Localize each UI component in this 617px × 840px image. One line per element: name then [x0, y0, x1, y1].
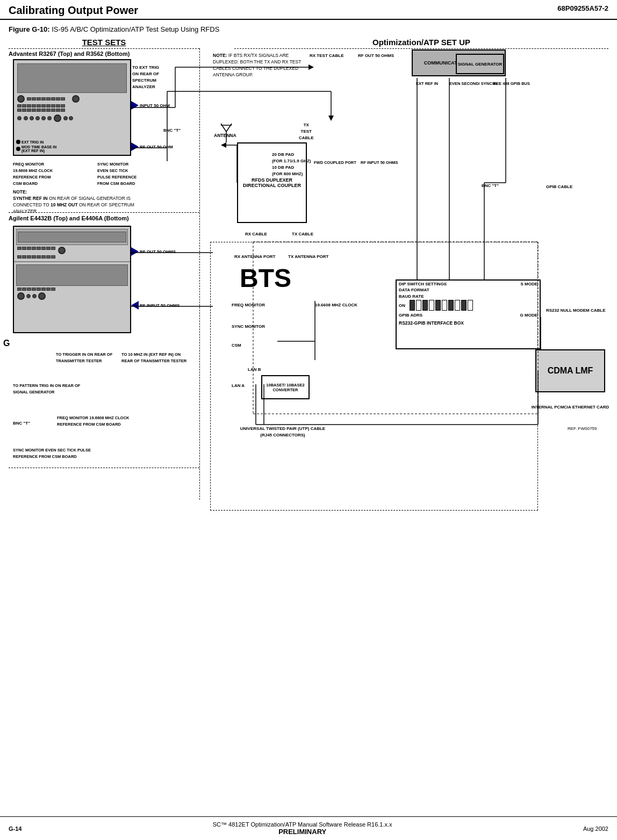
instrument-btn-row3 [14, 108, 130, 112]
advantest-instrument: EXT TRIG IN MOD TIME BASE IN(EXT REF IN) [13, 59, 131, 156]
cdma-lmf-label: CDMA LMF [548, 366, 593, 376]
note-synthe: NOTE: SYNTHE REF IN ON REAR OF SIGNAL GE… [13, 188, 201, 214]
input-50-arrow [131, 101, 139, 110]
input-50-label: INPUT 50 OHM [140, 103, 170, 108]
knob-1 [17, 95, 25, 103]
tx-antenna-port-label: TX ANTENNA PORT [288, 253, 328, 259]
e4406a-screen [16, 264, 128, 286]
note-text: SYNTHE REF IN ON REAR OF SIGNAL GENERATO… [13, 196, 134, 214]
converter-label: 10BASET/ 10BASE2 CONVERTER [262, 383, 308, 392]
even-second-label: EVEN SECOND/ SYNC IN [449, 80, 497, 86]
gpib-cable-label: GPIB CABLE [546, 183, 572, 189]
lan-a-text: LAN A [232, 383, 245, 388]
e4406a-section [14, 261, 130, 301]
footer-date: Aug 2002 [583, 825, 608, 832]
ref-fw-label: REF. FW00759 [568, 425, 597, 431]
to-pattern-trig-label: TO PATTERN TRIG IN ON REAR OF SIGNAL GEN… [13, 382, 91, 394]
fwd-coupled-label: FWD COUPLED PORT [314, 159, 356, 165]
mod-time-connector [16, 147, 20, 151]
knob-2 [72, 95, 80, 103]
input-50-area: INPUT 50 OHM [131, 101, 170, 110]
sync-monitor-bts-text: SYNC MONITOR [232, 324, 265, 329]
rf-input-bottom-arrow [131, 301, 139, 310]
btn-4[interactable] [41, 97, 46, 100]
top-divider-right [234, 48, 608, 49]
knob-3 [54, 114, 61, 122]
freq-monitor-top: FREQ MONITOR19.6608 MHZ CLOCKREFERENCE F… [13, 160, 94, 186]
signal-generator-box: SIGNAL GENERATOR [456, 54, 504, 74]
csm-label: CSM [232, 341, 241, 348]
mod-time-base-area: MOD TIME BASE IN(EXT REF IN) [16, 145, 56, 153]
rfds-duplexer-box: RFDS DUPLEXER DIRECTIONAL COUPLER [237, 142, 307, 223]
rf-out-50-label: RF OUT 50 OHM [140, 145, 173, 149]
center-divider [199, 48, 200, 500]
freq-monitor-top-label: FREQ MONITOR19.6608 MHZ CLOCKREFERENCE F… [13, 162, 53, 186]
rx-test-cable-label: RX TEST CABLE [310, 52, 344, 58]
subsection-bottom-label: Agilent E4432B (Top) and E4406A (Bottom) [9, 215, 129, 221]
button-grid [27, 97, 70, 100]
freq-monitor-bottom: FREQ MONITOR 19.6608 MHZ CLOCK REFERENCE… [57, 414, 138, 427]
agilent-btn-row2 [14, 255, 130, 259]
rf-out-50-right-label: RF OUT 50 OHMS [358, 52, 394, 58]
connector-1 [17, 116, 21, 120]
converter-box: 10BASET/ 10BASE2 CONVERTER [261, 375, 310, 399]
dip-switch-header: DIP SWITCH SETTINGS S MODE [397, 281, 540, 288]
rx-antenna-port-text: RX ANTENNA PORT [234, 254, 275, 259]
mid-divider-left [9, 212, 199, 213]
dip-switches-visual: ON [397, 299, 540, 312]
baud-rate-label: BAUD RATE [399, 294, 424, 299]
btn-5[interactable] [46, 97, 51, 100]
btn-3[interactable] [37, 97, 41, 100]
g-section-marker: G [3, 339, 10, 348]
ieee-488-label: IEEE 488 GPIB BUS [492, 80, 530, 86]
top-divider-left [9, 48, 199, 49]
btn-7[interactable] [56, 97, 60, 100]
bts-label: BTS [240, 263, 291, 293]
rx-cable-text: RX CABLE [245, 232, 267, 236]
tx-cable-label: TX CABLE [292, 230, 313, 236]
tx-cable-text: TX CABLE [292, 232, 313, 236]
to-10mhz-in-label: TO 10 MHZ IN (EXT REF IN) ON REAR OF TRA… [121, 350, 191, 363]
btn-8[interactable] [61, 97, 65, 100]
instrument-screen [17, 63, 127, 93]
btn-2[interactable] [32, 97, 36, 100]
agilent-top-panel [16, 229, 128, 245]
utp-cable-label: UNIVERSAL TWISTED PAIR (UTP) CABLE (RJ45… [234, 425, 331, 437]
rfds-duplexer-label: RFDS DUPLEXER DIRECTIONAL COUPLER [238, 177, 306, 188]
g-mode-label: G MODE [520, 313, 537, 318]
btn-6[interactable] [51, 97, 55, 100]
bnc-t-bottom-left: BNC "T" [13, 419, 30, 426]
rf-input-bottom-label: RF INPUT 50 OHMS [140, 303, 180, 308]
rf-out-bottom-arrow [131, 247, 139, 256]
lan-a-label: LAN A [232, 382, 245, 388]
footer-page: G-14 [9, 825, 21, 832]
page-header: Calibrating Output Power 68P09255A57-2 [0, 0, 617, 20]
instrument-btn-row2 [14, 104, 130, 108]
bnc-t-label-top: BNC "T" [163, 128, 181, 133]
freq-monitor-bts-label: FREQ MONITOR [232, 301, 265, 307]
to-pattern-trig-text: TO PATTERN TRIG IN ON REAR OF SIGNAL GEN… [13, 383, 80, 394]
svg-marker-9 [328, 116, 334, 121]
page-wrapper: Calibrating Output Power 68P09255A57-2 F… [0, 0, 617, 613]
antenna-symbol [218, 121, 234, 143]
comm-test-set-box: COMMUNICATIONS TEST SET SIGNAL GENERATOR [412, 49, 506, 76]
subsection-top-label: Advantest R3267 (Top) and R3562 (Bottom) [9, 51, 130, 57]
bnc-t-right-label: BNC "T" [482, 183, 499, 188]
utp-cable-text: UNIVERSAL TWISTED PAIR (UTP) CABLE (RJ45… [240, 426, 325, 437]
page-footer: G-14 SC™ 4812ET Optimization/ATP Manual … [0, 816, 617, 840]
rs232-null-label: RS232 NULL MODEM CABLE [546, 306, 606, 313]
rf-out-label-top: RF OUT 50 OHM [131, 142, 173, 151]
rf-out-right-text: RF OUT 50 OHMS [358, 53, 394, 58]
pcmcia-text: INTERNAL PCMCIA ETHERNET CARD [532, 405, 609, 410]
data-format-label: DATA FORMAT [399, 288, 429, 292]
gpib-adrs-label: GPIB ADRS [399, 313, 422, 318]
dip-switch-box: DIP SWITCH SETTINGS S MODE DATA FORMAT B… [396, 279, 541, 349]
page-content: Figure G-10: IS-95 A/B/C Optimization/AT… [0, 20, 617, 613]
ext-trig-in-area: EXT TRIG IN [16, 140, 44, 144]
to-trigger-in-text: TO TRIGGER IN ON REAR OF TRANSMITTER TES… [56, 352, 112, 363]
btn-1[interactable] [27, 97, 31, 100]
s-mode-label: S MODE [520, 282, 537, 286]
dip-bottom-labels: GPIB ADRS G MODE [397, 312, 540, 319]
bnc-t-right: BNC "T" [482, 182, 499, 188]
rf-input-right-label: RF INPUT 50 OHMS [361, 159, 398, 165]
